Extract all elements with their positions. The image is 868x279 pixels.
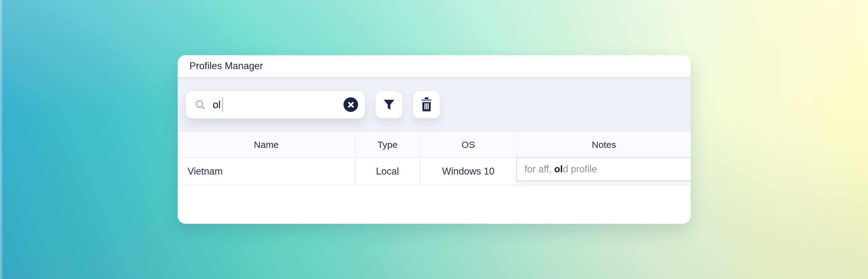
column-header-os[interactable]: OS <box>420 132 517 157</box>
search-query-text: ol <box>213 99 221 111</box>
notes-search-match: ol <box>554 164 563 175</box>
cell-profile-name[interactable]: Vietnam <box>178 157 355 185</box>
page-title: Profiles Manager <box>189 60 263 72</box>
desktop-background: Profiles Manager ol <box>0 0 868 279</box>
table-row[interactable]: Vietnam Local Windows 10 for aff, old pr… <box>178 157 691 185</box>
trash-icon <box>419 97 434 113</box>
cell-profile-os[interactable]: Windows 10 <box>420 157 517 185</box>
toolbar: ol <box>178 77 691 132</box>
search-input[interactable]: ol <box>186 91 365 118</box>
notes-editable-cell[interactable]: for aff, old profile <box>517 157 691 181</box>
notes-text-before: for aff, <box>525 164 554 175</box>
notes-text-after: d profile <box>563 164 597 175</box>
x-circle-icon <box>347 101 354 108</box>
text-cursor <box>222 98 223 112</box>
clear-search-button[interactable] <box>343 97 358 112</box>
table-header-row: Name Type OS Notes <box>178 132 691 157</box>
cell-profile-type[interactable]: Local <box>355 157 420 185</box>
filter-button[interactable] <box>376 91 402 118</box>
profiles-manager-window: Profiles Manager ol <box>178 55 691 224</box>
search-icon <box>194 99 207 111</box>
title-bar: Profiles Manager <box>178 55 691 77</box>
screen-edge-highlight <box>0 0 2 279</box>
cell-profile-notes[interactable]: for aff, old profile <box>517 157 691 185</box>
profiles-table: Name Type OS Notes Vietnam Local Windows… <box>178 132 691 185</box>
delete-button[interactable] <box>413 91 440 118</box>
column-header-notes[interactable]: Notes <box>517 132 691 157</box>
column-header-type[interactable]: Type <box>355 132 420 157</box>
filter-funnel-icon <box>382 98 396 112</box>
column-header-name[interactable]: Name <box>178 132 355 157</box>
